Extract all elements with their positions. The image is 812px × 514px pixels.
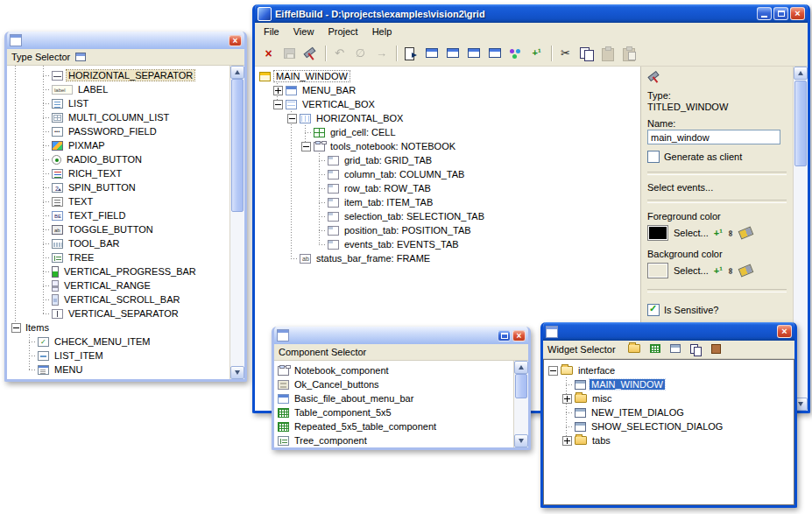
type-item[interactable]: RADIO_BUTTON (7, 152, 229, 166)
type-item[interactable]: LIST (7, 96, 229, 110)
separator-icon[interactable] (321, 44, 328, 63)
tree-item[interactable]: MENU_BAR (255, 83, 640, 97)
expander-icon[interactable] (273, 86, 283, 95)
type-item[interactable]: TREE (7, 250, 229, 264)
redo-icon[interactable]: → (371, 44, 392, 63)
foreground-add-constant-icon[interactable] (714, 228, 723, 238)
type-item[interactable]: VERTICAL_RANGE (7, 278, 229, 292)
type-item[interactable]: VERTICAL_SEPARATOR (7, 306, 229, 320)
tree-item[interactable]: HORIZONTAL_BOX (255, 111, 640, 125)
scroll-up-button[interactable] (794, 67, 808, 80)
events-icon[interactable] (505, 44, 526, 63)
scroll-down-button[interactable] (514, 434, 528, 447)
expander-icon[interactable] (562, 436, 572, 446)
component-item[interactable]: Repeated_5x5_table_component (274, 419, 513, 433)
scroll-up-button[interactable] (230, 66, 244, 79)
delete-widget-icon[interactable] (711, 344, 721, 354)
menu-item[interactable]: Help (365, 24, 399, 39)
separator-icon[interactable] (547, 44, 554, 63)
tree-item[interactable]: position_tab: POSITION_TAB (255, 223, 640, 237)
paste-special-icon[interactable] (618, 44, 639, 63)
expander-icon[interactable] (287, 114, 297, 123)
layout-window-icon[interactable] (484, 44, 505, 63)
type-selector-window-icon[interactable] (421, 44, 441, 63)
component-item[interactable]: Notebook_component (274, 363, 513, 377)
type-item[interactable]: TEXT_FIELD (7, 208, 229, 222)
expander-icon[interactable] (548, 366, 558, 376)
name-input[interactable] (647, 130, 780, 144)
launch-icon[interactable] (400, 44, 420, 63)
tree-item[interactable]: item_tab: ITEM_TAB (255, 195, 640, 209)
delete-icon[interactable]: × (258, 44, 279, 63)
tree-item[interactable]: grid_cell: CELL (255, 125, 640, 139)
component-selector-window-icon[interactable] (442, 44, 462, 63)
separator-icon[interactable] (392, 44, 399, 63)
undo-icon[interactable]: ↶ (329, 44, 350, 63)
cut-icon[interactable]: ✂ (555, 44, 575, 63)
tree-item[interactable]: interface (544, 363, 794, 377)
background-add-constant-icon[interactable] (714, 265, 723, 276)
type-item[interactable]: VERTICAL_PROGRESS_BAR (7, 264, 229, 278)
type-item[interactable]: TOGGLE_BUTTON (7, 222, 229, 236)
tree-item[interactable]: tabs (544, 433, 794, 447)
tree-item[interactable]: NEW_ITEM_DIALOG (544, 405, 794, 419)
maximize-button[interactable] (773, 7, 788, 20)
background-reset-icon[interactable] (738, 264, 754, 278)
tree-item[interactable]: status_bar_frame: FRAME (255, 251, 640, 265)
add-component-icon[interactable] (650, 344, 660, 353)
select-events-link[interactable]: Select events... (647, 182, 787, 193)
type-item[interactable]: PASSWORD_FIELD (7, 124, 229, 138)
tree-item[interactable]: grid_tab: GRID_TAB (255, 153, 640, 167)
type-selector-titlebar[interactable]: × (7, 32, 244, 49)
tree-item[interactable]: selection_tab: SELECTION_TAB (255, 209, 640, 223)
close-button[interactable]: × (229, 35, 242, 46)
component-item[interactable]: Tree_component (274, 433, 513, 447)
type-item[interactable]: RICH_TEXT (7, 166, 229, 180)
tree-item[interactable]: column_tab: COLUMN_TAB (255, 167, 640, 181)
menu-item[interactable]: File (257, 24, 286, 39)
menu-item[interactable]: View (286, 24, 321, 39)
type-item[interactable]: LABEL (7, 82, 229, 96)
type-item[interactable]: TOOL_BAR (7, 236, 229, 250)
foreground-select-link[interactable]: Select... (674, 228, 709, 238)
expander-icon[interactable] (273, 100, 283, 109)
close-button[interactable]: × (512, 330, 526, 341)
scroll-thumb[interactable] (794, 81, 807, 166)
items-group-node[interactable]: Items (7, 320, 229, 334)
tree-item[interactable]: VERTICAL_BOX (255, 97, 640, 111)
foreground-link-icon[interactable] (726, 229, 736, 236)
close-button[interactable]: × (790, 7, 805, 20)
type-item[interactable]: HORIZONTAL_SEPARATOR (7, 68, 229, 82)
background-link-icon[interactable] (726, 267, 736, 273)
type-selector-scrollbar[interactable] (229, 66, 244, 379)
foreground-color-swatch[interactable] (647, 225, 668, 241)
scroll-up-button[interactable] (514, 361, 528, 374)
tree-item[interactable]: misc (544, 391, 794, 405)
component-selector-titlebar[interactable]: × (274, 327, 528, 344)
tree-item[interactable]: MAIN_WINDOW (255, 69, 640, 83)
background-color-swatch[interactable] (647, 263, 668, 278)
paste-icon[interactable] (597, 44, 618, 63)
clear-icon[interactable]: ∅ (350, 44, 371, 63)
new-folder-icon[interactable] (628, 344, 640, 353)
scroll-thumb[interactable] (231, 79, 244, 212)
tree-item[interactable]: MAIN_WINDOW (544, 377, 794, 391)
scroll-down-button[interactable] (230, 366, 244, 379)
component-selector-scrollbar[interactable] (513, 361, 528, 447)
type-item[interactable]: CHECK_MENU_ITEM (7, 334, 229, 349)
expander-icon[interactable] (301, 142, 311, 151)
main-titlebar[interactable]: EiffelBuild - D:\projects\examples\visio… (255, 4, 808, 23)
add-window-icon[interactable] (670, 344, 681, 353)
type-item[interactable]: MENU (7, 363, 229, 377)
copy-component-icon[interactable] (690, 344, 702, 355)
close-button[interactable]: × (777, 325, 792, 338)
tree-item[interactable]: events_tab: EVENTS_TAB (255, 237, 640, 251)
scroll-thumb[interactable] (515, 374, 527, 398)
type-item[interactable]: MULTI_COLUMN_LIST (7, 110, 229, 124)
is-sensitive-checkbox[interactable] (647, 304, 660, 316)
add-one-icon[interactable]: +¹ (526, 44, 547, 63)
tree-item[interactable]: SHOW_SELECTION_DIALOG (544, 419, 794, 433)
component-item[interactable]: Ok_Cancel_buttons (274, 377, 513, 391)
widget-selector-titlebar[interactable]: × (543, 322, 794, 341)
build-icon[interactable] (300, 44, 321, 63)
